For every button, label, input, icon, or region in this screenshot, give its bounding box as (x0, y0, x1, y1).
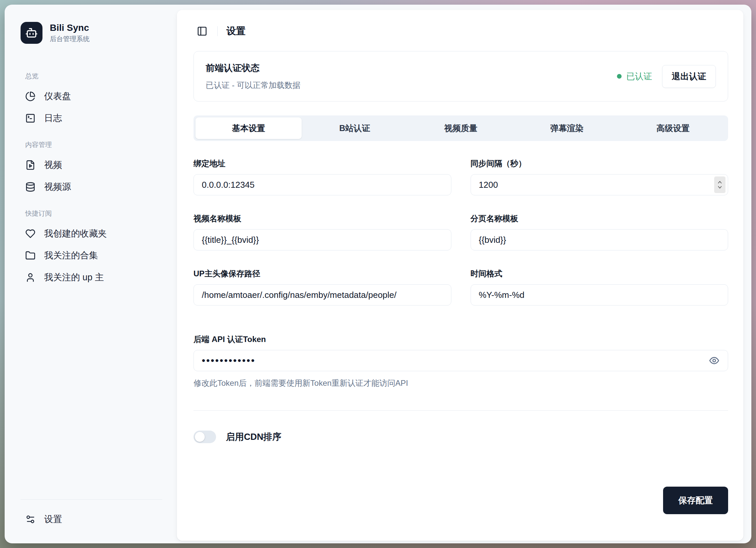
sidebar-footer: 设置 (21, 499, 162, 530)
sync-interval-input[interactable] (471, 174, 728, 196)
tab-basic-settings[interactable]: 基本设置 (195, 117, 302, 139)
api-token-hint: 修改此Token后，前端需要使用新Token重新认证才能访问API (193, 378, 728, 388)
tab-advanced-settings[interactable]: 高级设置 (620, 117, 726, 139)
tab-bilibili-auth[interactable]: B站认证 (302, 117, 408, 139)
video-name-template-input[interactable] (193, 229, 451, 251)
sidebar-item-label: 视频 (44, 159, 62, 171)
sidebar-item-video-sources[interactable]: 视频源 (21, 176, 162, 198)
heart-icon (25, 229, 36, 239)
sidebar: Bili Sync 后台管理系统 总览 仪表盘 日志 内容管理 视频 (5, 5, 177, 543)
toggle-token-visibility-button[interactable] (709, 355, 719, 366)
app-window: Bili Sync 后台管理系统 总览 仪表盘 日志 内容管理 视频 (5, 5, 751, 543)
sidebar-item-label: 日志 (44, 112, 62, 124)
main-area: 设置 前端认证状态 已认证 - 可以正常加载数据 已认证 退出认证 基本设置 B… (177, 5, 751, 543)
panel-left-icon (197, 26, 207, 37)
folder-icon (25, 251, 36, 261)
api-token-label: 后端 API 认证Token (193, 334, 728, 345)
sidebar-item-videos[interactable]: 视频 (21, 154, 162, 176)
database-icon (25, 182, 36, 192)
chevron-up-icon (717, 180, 723, 185)
app-logo-block: Bili Sync 后台管理系统 (21, 22, 162, 44)
save-row: 保存配置 (193, 467, 728, 514)
save-config-button[interactable]: 保存配置 (663, 487, 728, 514)
sidebar-section-subscriptions: 快捷订阅 (25, 209, 162, 218)
cdn-toggle-label: 启用CDN排序 (226, 431, 281, 443)
terminal-icon (25, 113, 36, 123)
pie-chart-icon (25, 91, 36, 102)
sidebar-item-label: 仪表盘 (44, 90, 71, 102)
sidebar-item-label: 设置 (44, 513, 62, 525)
app-name: Bili Sync (50, 22, 90, 34)
section-divider (193, 410, 728, 411)
sidebar-item-label: 我关注的 up 主 (44, 272, 104, 283)
auth-status-badge: 已认证 (617, 71, 652, 82)
page-name-template-input[interactable] (471, 229, 728, 251)
avatar-path-label: UP主头像保存路径 (193, 269, 451, 279)
bind-address-label: 绑定地址 (193, 158, 451, 169)
sidebar-section-content: 内容管理 (25, 140, 162, 149)
status-dot-icon (617, 74, 622, 79)
main-card: 设置 前端认证状态 已认证 - 可以正常加载数据 已认证 退出认证 基本设置 B… (177, 10, 743, 541)
settings-icon (25, 514, 36, 524)
header-divider (217, 26, 218, 36)
cdn-sorting-toggle[interactable] (193, 430, 216, 443)
logout-auth-button[interactable]: 退出认证 (662, 65, 716, 88)
sidebar-item-favorites[interactable]: 我创建的收藏夹 (21, 223, 162, 245)
file-video-icon (25, 160, 36, 170)
sidebar-item-logs[interactable]: 日志 (21, 107, 162, 129)
status-text: 已认证 (626, 71, 652, 82)
auth-status-card: 前端认证状态 已认证 - 可以正常加载数据 已认证 退出认证 (193, 51, 728, 102)
tab-video-quality[interactable]: 视频质量 (408, 117, 514, 139)
tab-danmaku-render[interactable]: 弹幕渲染 (514, 117, 620, 139)
chevron-down-icon (717, 185, 723, 190)
sidebar-item-uploaders[interactable]: 我关注的 up 主 (21, 267, 162, 288)
bot-logo-icon (21, 22, 42, 44)
bind-address-input[interactable] (193, 174, 451, 196)
basic-settings-form: 绑定地址 同步间隔（秒） 视频名称模板 (193, 158, 728, 305)
page-header: 设置 (193, 19, 728, 51)
api-token-section: 后端 API 认证Token 修改此Token后，前端需要使用新Token重新认… (193, 334, 728, 388)
sidebar-item-label: 我创建的收藏夹 (44, 228, 107, 240)
app-subtitle: 后台管理系统 (50, 35, 90, 43)
video-name-template-label: 视频名称模板 (193, 213, 451, 224)
auth-card-title: 前端认证状态 (206, 62, 300, 74)
sidebar-item-label: 我关注的合集 (44, 250, 98, 262)
page-title: 设置 (226, 25, 246, 38)
sidebar-item-collections[interactable]: 我关注的合集 (21, 245, 162, 267)
sidebar-item-dashboard[interactable]: 仪表盘 (21, 85, 162, 107)
time-format-input[interactable] (471, 284, 728, 305)
auth-card-subtitle: 已认证 - 可以正常加载数据 (206, 80, 300, 91)
sidebar-toggle-button[interactable] (195, 25, 209, 38)
time-format-label: 时间格式 (471, 269, 728, 279)
page-name-template-label: 分页名称模板 (471, 213, 728, 224)
toggle-knob (195, 432, 205, 442)
sync-interval-label: 同步间隔（秒） (471, 158, 728, 169)
settings-tabs: 基本设置 B站认证 视频质量 弹幕渲染 高级设置 (193, 116, 728, 141)
sidebar-section-overview: 总览 (25, 72, 162, 81)
sidebar-item-settings[interactable]: 设置 (21, 508, 162, 530)
api-token-input[interactable] (193, 350, 728, 371)
user-icon (25, 273, 36, 282)
sidebar-item-label: 视频源 (44, 181, 71, 193)
eye-icon (709, 355, 719, 366)
cdn-toggle-row: 启用CDN排序 (193, 430, 728, 443)
avatar-path-input[interactable] (193, 284, 451, 305)
number-stepper[interactable] (714, 177, 725, 193)
